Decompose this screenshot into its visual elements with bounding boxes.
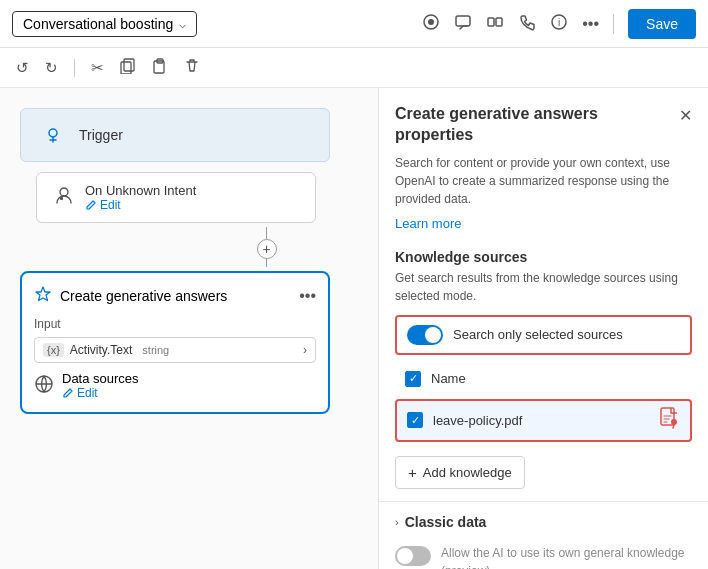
main: Trigger On Unknown Intent Edit + [0, 88, 708, 569]
connector-line-top [266, 227, 267, 239]
topbar-title-text: Conversational boosting [23, 16, 173, 32]
input-label: Input [34, 317, 316, 331]
activity-type: string [142, 344, 169, 356]
svg-point-12 [60, 188, 68, 196]
classic-toggle[interactable] [395, 546, 431, 566]
classic-chevron-icon: › [395, 516, 399, 528]
topbar: Conversational boosting ⌵ i ••• Save [0, 0, 708, 48]
phone-icon[interactable] [518, 13, 536, 35]
learn-more-link[interactable]: Learn more [379, 216, 708, 243]
trigger-label: Trigger [79, 127, 123, 143]
redo-icon[interactable]: ↻ [41, 57, 62, 79]
search-toggle-label: Search only selected sources [453, 327, 623, 342]
save-button[interactable]: Save [628, 9, 696, 39]
topbar-divider [613, 14, 614, 34]
copy-icon[interactable] [116, 56, 140, 79]
pill-arrow-icon: › [303, 343, 307, 357]
intent-edit-link[interactable]: Edit [85, 198, 299, 212]
more-icon[interactable]: ••• [582, 15, 599, 33]
connector-line-bottom [266, 259, 267, 267]
intent-edit-label: Edit [100, 198, 121, 212]
knowledge-sources-desc: Get search results from the knowledge so… [379, 269, 708, 315]
classic-data-header[interactable]: › Classic data [395, 510, 692, 534]
file-checkbox-icon: ✓ [411, 414, 420, 427]
panel-description: Search for content or provide your own c… [379, 154, 708, 216]
svg-text:i: i [558, 17, 560, 28]
variable-icon[interactable] [486, 13, 504, 35]
copilot-icon[interactable] [422, 13, 440, 35]
cut-icon[interactable]: ✂ [87, 57, 108, 79]
undo-icon[interactable]: ↺ [12, 57, 33, 79]
svg-rect-3 [488, 18, 494, 26]
classic-data-content: Allow the AI to use its own general know… [395, 534, 692, 569]
create-answers-block: Create generative answers ••• Input {x} … [20, 271, 330, 414]
svg-rect-8 [121, 62, 131, 74]
classic-toggle-knob [397, 548, 413, 564]
svg-point-11 [49, 129, 57, 137]
datasources-icon [34, 374, 54, 398]
delete-icon[interactable] [180, 56, 204, 79]
create-icon [34, 285, 52, 307]
topbar-icons: i ••• Save [422, 9, 696, 39]
svg-point-1 [428, 19, 434, 25]
svg-rect-7 [124, 59, 134, 71]
activity-pill[interactable]: {x} Activity.Text string › [34, 337, 316, 363]
title-chevron-icon[interactable]: ⌵ [179, 17, 186, 31]
chat-icon[interactable] [454, 13, 472, 35]
toolbar2: ↺ ↻ ✂ [0, 48, 708, 88]
knowledge-sources-title: Knowledge sources [379, 243, 708, 269]
trigger-icon [37, 119, 69, 151]
intent-icon [53, 184, 75, 211]
datasources-edit-link[interactable]: Edit [62, 386, 316, 400]
add-node-button[interactable]: + [257, 239, 277, 259]
file-name-label: leave-policy.pdf [433, 413, 648, 428]
name-checkbox[interactable]: ✓ [405, 371, 421, 387]
datasources-text: Data sources Edit [62, 371, 316, 400]
file-checkbox[interactable]: ✓ [407, 412, 423, 428]
intent-title: On Unknown Intent [85, 183, 299, 198]
trigger-block: Trigger [20, 108, 330, 162]
right-panel: Create generative answers properties ✕ S… [378, 88, 708, 569]
checkbox-check-icon: ✓ [409, 372, 418, 385]
file-row: ✓ leave-policy.pdf [395, 399, 692, 442]
classic-data-section: › Classic data Allow the AI to use its o… [379, 501, 708, 569]
classic-toggle-label: Allow the AI to use its own general know… [441, 544, 692, 569]
name-checkbox-row: ✓ Name [395, 365, 692, 393]
classic-data-title: Classic data [405, 514, 487, 530]
svg-rect-2 [456, 16, 470, 26]
search-toggle[interactable] [407, 325, 443, 345]
info-icon[interactable]: i [550, 13, 568, 35]
canvas: Trigger On Unknown Intent Edit + [0, 88, 378, 569]
intent-text: On Unknown Intent Edit [85, 183, 299, 212]
create-block-title: Create generative answers [60, 288, 291, 304]
paste-icon[interactable] [148, 56, 172, 79]
variable-pill-icon: {x} [43, 343, 64, 357]
activity-text: Activity.Text [70, 343, 132, 357]
classic-toggle-row: Allow the AI to use its own general know… [395, 544, 692, 569]
file-type-icon [658, 407, 680, 434]
create-block-header: Create generative answers ••• [34, 285, 316, 307]
connector: + [175, 227, 358, 267]
intent-block: On Unknown Intent Edit [36, 172, 316, 223]
panel-header: Create generative answers properties ✕ [379, 88, 708, 154]
datasources-edit-label: Edit [77, 386, 98, 400]
datasources-title: Data sources [62, 371, 316, 386]
add-knowledge-button[interactable]: + Add knowledge [395, 456, 525, 489]
add-knowledge-label: Add knowledge [423, 465, 512, 480]
add-knowledge-plus-icon: + [408, 464, 417, 481]
toggle-knob [425, 327, 441, 343]
name-col-label: Name [431, 371, 466, 386]
panel-close-icon[interactable]: ✕ [679, 106, 692, 125]
title-box[interactable]: Conversational boosting ⌵ [12, 11, 197, 37]
toolbar2-divider [74, 59, 75, 77]
svg-rect-13 [60, 197, 63, 200]
svg-rect-4 [496, 18, 502, 26]
input-section: Input {x} Activity.Text string › [34, 317, 316, 363]
create-block-menu-icon[interactable]: ••• [299, 287, 316, 305]
data-sources-row: Data sources Edit [34, 371, 316, 400]
search-toggle-row: Search only selected sources [395, 315, 692, 355]
panel-title: Create generative answers properties [395, 104, 671, 146]
